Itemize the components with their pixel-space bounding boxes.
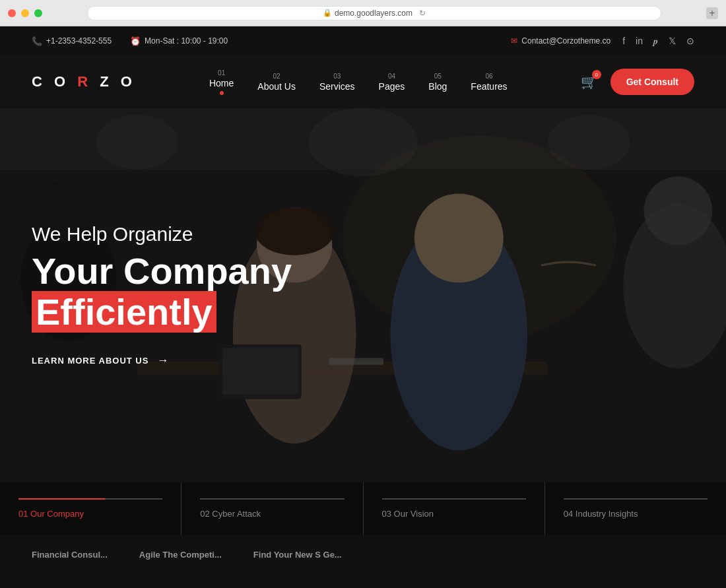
- logo[interactable]: C O R Z O: [32, 73, 136, 90]
- hero-subtitle: We Help Organize: [32, 223, 397, 245]
- tab-label-our-vision: 03 Our Vision: [382, 509, 434, 519]
- tab-line-3: [382, 498, 526, 500]
- browser-close-dot[interactable]: [8, 9, 16, 17]
- tab-inner-our-vision: 03 Our Vision: [382, 498, 526, 519]
- url-text: demo.goodlayers.com: [335, 9, 412, 18]
- browser-minimize-dot[interactable]: [21, 9, 29, 17]
- phone-number: +1-2353-4352-555: [46, 36, 112, 46]
- footer-preview: Financial Consul... Agile The Competi...…: [0, 535, 726, 588]
- navbar: C O R Z O 01 Home 02 About Us 03 Service…: [0, 55, 726, 108]
- nav-label-home: Home: [209, 78, 234, 95]
- nav-label-about: About Us: [257, 81, 296, 92]
- nav-item-about[interactable]: 02 About Us: [257, 73, 296, 92]
- browser-chrome: 🔒 demo.goodlayers.com ↻ +: [0, 0, 726, 26]
- nav-num-home: 01: [209, 69, 234, 77]
- nav-label-pages: Pages: [379, 81, 405, 92]
- hero-section: We Help Organize Your Company Efficientl…: [0, 108, 726, 482]
- nav-num-about: 02: [257, 73, 296, 80]
- hero-title-text: Your Company: [32, 250, 292, 292]
- tab-our-company[interactable]: 01 Our Company: [0, 482, 182, 535]
- phone-icon: 📞: [32, 36, 42, 46]
- nav-label-blog: Blog: [428, 81, 447, 92]
- instagram-link[interactable]: ⊙: [686, 36, 694, 47]
- tab-label-cyber-attack: 02 Cyber Attack: [200, 509, 261, 519]
- nav-item-home[interactable]: 01 Home: [209, 69, 234, 95]
- tab-cyber-attack[interactable]: 02 Cyber Attack: [182, 482, 363, 535]
- tab-line-1: [18, 498, 162, 500]
- tab-line-2: [200, 498, 344, 500]
- linkedin-link[interactable]: in: [636, 36, 643, 47]
- nav-right: 🛒 0 Get Consult: [581, 69, 694, 95]
- browser-maximize-dot[interactable]: [34, 9, 42, 17]
- footer-col-3: Find Your New S Ge...: [253, 548, 342, 560]
- contact-email[interactable]: ✉ Contact@Corzotheme.co: [511, 36, 610, 46]
- nav-label-services: Services: [319, 81, 355, 92]
- hero-cta-button[interactable]: Learn More About Us →: [32, 354, 397, 368]
- hero-cta-text: Learn More About Us: [32, 356, 148, 366]
- tab-inner-industry-insights: 04 Industry Insights: [564, 498, 708, 519]
- tab-inner-cyber-attack: 02 Cyber Attack: [200, 498, 344, 519]
- tab-line-4: [564, 498, 708, 500]
- clock-icon: ⏰: [130, 36, 141, 46]
- facebook-link[interactable]: f: [622, 36, 625, 47]
- lock-icon: 🔒: [323, 9, 332, 17]
- nav-label-features: Features: [471, 81, 507, 92]
- footer-col-1: Financial Consul...: [32, 548, 108, 560]
- website-container: 📞 +1-2353-4352-555 ⏰ Mon-Sat : 10:00 - 1…: [0, 26, 726, 588]
- cart-badge: 0: [592, 70, 601, 79]
- hours-info: ⏰ Mon-Sat : 10:00 - 19:00: [130, 36, 228, 46]
- footer-col-2: Agile The Competi...: [139, 548, 222, 560]
- email-text: Contact@Corzotheme.co: [521, 36, 610, 46]
- envelope-icon: ✉: [511, 36, 517, 46]
- footer-col-title-1: Financial Consul...: [32, 550, 108, 560]
- phone-info: 📞 +1-2353-4352-555: [32, 36, 112, 46]
- business-hours: Mon-Sat : 10:00 - 19:00: [145, 36, 228, 46]
- social-links: f in 𝒑 𝕏 ⊙: [622, 36, 694, 47]
- tab-label-our-company: 01 Our Company: [18, 509, 84, 519]
- tab-our-vision[interactable]: 03 Our Vision: [364, 482, 545, 535]
- new-tab-button[interactable]: +: [706, 7, 718, 19]
- pinterest-link[interactable]: 𝒑: [653, 36, 658, 47]
- twitter-link[interactable]: 𝕏: [669, 36, 676, 47]
- nav-num-pages: 04: [379, 73, 405, 80]
- footer-col-title-2: Agile The Competi...: [139, 550, 222, 560]
- nav-item-features[interactable]: 06 Features: [471, 73, 507, 92]
- top-bar: 📞 +1-2353-4352-555 ⏰ Mon-Sat : 10:00 - 1…: [0, 26, 726, 55]
- tab-inner-our-company: 01 Our Company: [18, 498, 162, 519]
- address-bar[interactable]: 🔒 demo.goodlayers.com ↻: [87, 6, 661, 20]
- hero-title: Your Company Efficiently: [32, 251, 397, 332]
- bottom-tabs: 01 Our Company 02 Cyber Attack 03 Our Vi…: [0, 482, 726, 535]
- get-consult-button[interactable]: Get Consult: [610, 69, 694, 95]
- top-bar-left: 📞 +1-2353-4352-555 ⏰ Mon-Sat : 10:00 - 1…: [32, 36, 228, 46]
- tab-industry-insights[interactable]: 04 Industry Insights: [545, 482, 726, 535]
- hero-cta-arrow: →: [156, 354, 169, 368]
- nav-num-features: 06: [471, 73, 507, 80]
- refresh-icon: ↻: [419, 9, 426, 18]
- nav-item-services[interactable]: 03 Services: [319, 73, 355, 92]
- nav-num-blog: 05: [428, 73, 447, 80]
- hero-title-highlight: Efficiently: [32, 291, 216, 333]
- hero-content: We Help Organize Your Company Efficientl…: [0, 223, 429, 367]
- footer-col-title-3: Find Your New S Ge...: [253, 550, 342, 560]
- nav-num-services: 03: [319, 73, 355, 80]
- nav-links: 01 Home 02 About Us 03 Services 04 Pages…: [209, 69, 508, 95]
- nav-item-pages[interactable]: 04 Pages: [379, 73, 405, 92]
- top-bar-right: ✉ Contact@Corzotheme.co f in 𝒑 𝕏 ⊙: [511, 36, 694, 47]
- nav-item-blog[interactable]: 05 Blog: [428, 73, 447, 92]
- cart-icon-wrap[interactable]: 🛒 0: [581, 74, 597, 90]
- tab-label-industry-insights: 04 Industry Insights: [564, 509, 638, 519]
